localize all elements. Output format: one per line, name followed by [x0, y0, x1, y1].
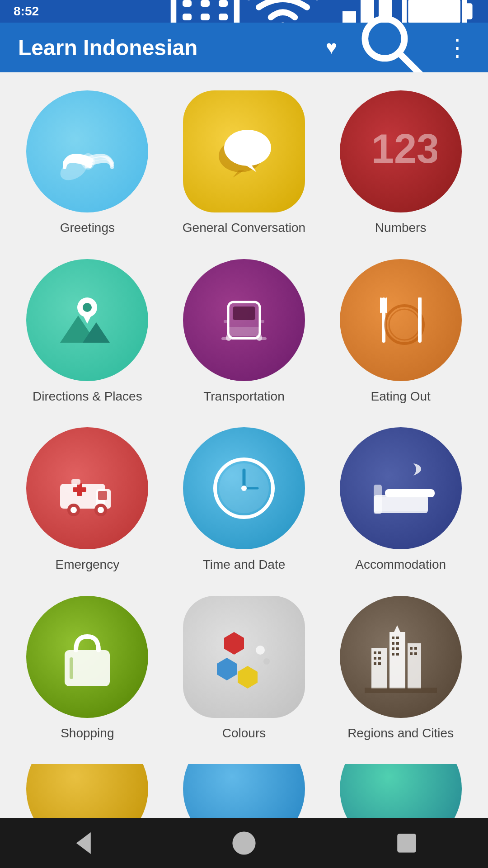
svg-rect-4 — [183, 14, 192, 20]
category-accommodation[interactable]: Accommodation — [327, 427, 474, 578]
svg-rect-78 — [392, 637, 394, 639]
svg-rect-37 — [380, 297, 382, 313]
svg-rect-69 — [389, 632, 405, 689]
svg-rect-35 — [261, 320, 264, 323]
colours-label: Colours — [222, 726, 266, 741]
svg-rect-59 — [385, 489, 435, 497]
svg-rect-90 — [365, 688, 437, 693]
category-eating-out[interactable]: Eating Out — [327, 259, 474, 410]
svg-rect-2 — [201, 0, 210, 7]
svg-rect-33 — [257, 335, 262, 341]
partial-icon-2[interactable] — [183, 764, 305, 818]
category-regions[interactable]: Regions and Cities — [327, 596, 474, 746]
favorites-button[interactable]: ♥ — [326, 37, 337, 58]
svg-rect-85 — [396, 653, 399, 656]
svg-point-20 — [224, 130, 271, 166]
svg-rect-88 — [410, 652, 413, 655]
categories-grid: Greetings General Conversation 123 Numbe… — [0, 72, 488, 764]
svg-text:123: 123 — [371, 126, 437, 171]
colours-icon — [183, 596, 305, 718]
svg-point-67 — [263, 658, 270, 665]
home-button[interactable] — [226, 825, 262, 861]
svg-point-92 — [232, 831, 255, 854]
time-date-label: Time and Date — [203, 557, 286, 572]
more-options-button[interactable]: ⋮ — [446, 36, 470, 59]
eating-out-icon — [340, 259, 462, 381]
svg-rect-70 — [408, 643, 421, 689]
partial-icon-1[interactable] — [26, 764, 148, 818]
category-greetings[interactable]: Greetings — [14, 90, 161, 241]
svg-rect-30 — [228, 327, 260, 336]
shopping-icon — [26, 596, 148, 718]
svg-rect-87 — [414, 647, 417, 650]
category-directions[interactable]: Directions & Places — [14, 259, 161, 410]
svg-rect-60 — [374, 497, 428, 511]
svg-rect-34 — [224, 320, 227, 323]
directions-label: Directions & Places — [33, 389, 142, 404]
svg-point-17 — [81, 153, 95, 170]
partial-icon-3[interactable] — [340, 764, 462, 818]
svg-rect-77 — [378, 662, 381, 665]
svg-marker-64 — [217, 658, 237, 680]
accommodation-icon — [340, 427, 462, 549]
svg-rect-80 — [392, 642, 394, 645]
svg-point-48 — [70, 507, 77, 513]
svg-rect-6 — [219, 14, 228, 20]
accommodation-label: Accommodation — [355, 557, 446, 572]
numbers-label: Numbers — [375, 221, 427, 235]
back-button[interactable] — [63, 825, 99, 861]
svg-rect-5 — [201, 14, 210, 20]
svg-rect-74 — [374, 657, 376, 660]
category-transportation[interactable]: Transportation — [170, 259, 318, 410]
regions-label: Regions and Cities — [347, 726, 454, 741]
svg-marker-65 — [238, 666, 258, 689]
regions-icon — [340, 596, 462, 718]
svg-point-39 — [385, 306, 423, 344]
category-numbers[interactable]: 123 Numbers — [327, 90, 474, 241]
bottom-navigation — [0, 818, 488, 868]
app-bar: Learn Indonesian ♥ ⋮ — [0, 23, 488, 72]
svg-marker-27 — [83, 315, 92, 324]
transportation-label: Transportation — [203, 389, 285, 404]
svg-rect-32 — [226, 335, 231, 341]
general-conversation-label: General Conversation — [183, 221, 305, 235]
svg-marker-63 — [224, 632, 244, 655]
recents-button[interactable] — [389, 825, 425, 861]
greetings-label: Greetings — [60, 221, 115, 235]
greetings-icon — [26, 90, 148, 212]
shopping-label: Shopping — [61, 726, 114, 741]
svg-rect-38 — [385, 297, 387, 313]
svg-rect-89 — [414, 652, 417, 655]
svg-point-50 — [98, 507, 104, 513]
svg-point-40 — [389, 309, 420, 340]
partial-row — [0, 764, 488, 818]
svg-rect-93 — [397, 834, 416, 853]
svg-rect-51 — [71, 479, 80, 485]
eating-out-label: Eating Out — [371, 389, 431, 404]
status-time: 8:52 — [14, 4, 39, 19]
transportation-icon — [183, 259, 305, 381]
emergency-icon — [26, 427, 148, 549]
svg-rect-73 — [378, 651, 381, 654]
directions-icon — [26, 259, 148, 381]
svg-rect-82 — [392, 647, 394, 650]
general-conversation-icon — [183, 90, 305, 212]
category-colours[interactable]: Colours — [170, 596, 318, 746]
time-date-icon — [183, 427, 305, 549]
svg-point-14 — [365, 19, 404, 58]
app-title: Learn Indonesian — [18, 35, 326, 60]
svg-rect-81 — [396, 642, 399, 645]
category-shopping[interactable]: Shopping — [14, 596, 161, 746]
emergency-label: Emergency — [56, 557, 120, 572]
category-emergency[interactable]: Emergency — [14, 427, 161, 578]
svg-rect-84 — [392, 653, 394, 656]
numbers-icon: 123 — [340, 90, 462, 212]
svg-rect-83 — [396, 647, 399, 650]
svg-point-56 — [241, 486, 247, 491]
svg-marker-71 — [394, 625, 400, 632]
svg-rect-46 — [77, 483, 82, 496]
svg-point-26 — [83, 303, 92, 312]
category-time-date[interactable]: Time and Date — [170, 427, 318, 578]
svg-rect-3 — [219, 0, 228, 7]
category-general-conversation[interactable]: General Conversation — [170, 90, 318, 241]
